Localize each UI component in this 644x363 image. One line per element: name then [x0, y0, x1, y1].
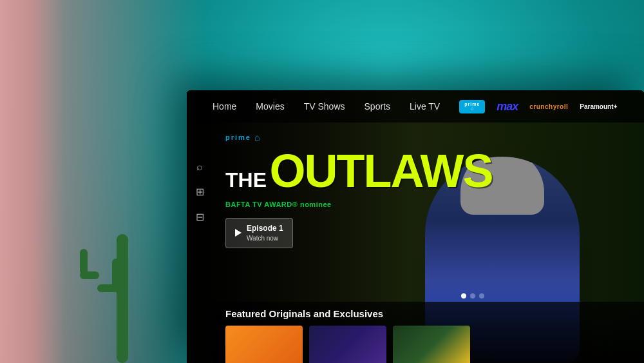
cactus-decoration	[52, 170, 193, 363]
thumbnail-1[interactable]	[225, 326, 303, 363]
cactus-arm-left	[97, 284, 120, 292]
nav-movies[interactable]: Movies	[256, 101, 284, 112]
nav-live-tv[interactable]: Live TV	[410, 101, 440, 112]
section-title: Featured Originals and Exclusives	[225, 308, 644, 319]
pagination-dot-1[interactable]	[461, 293, 466, 299]
navigation-bar: Home Movies TV Shows Sports Live TV prim…	[187, 90, 644, 123]
tv-frame: Home Movies TV Shows Sports Live TV prim…	[187, 90, 644, 363]
thumbnails-row	[225, 326, 644, 363]
cactus-arm-right	[80, 271, 99, 279]
pagination-dot-2[interactable]	[470, 293, 475, 299]
prime-logo: prime ⌂	[225, 132, 492, 142]
cactus-main	[117, 234, 128, 363]
max-logo[interactable]: max	[497, 100, 518, 113]
paramount-logo[interactable]: Paramount+	[580, 103, 617, 110]
watch-now-label: Watch now	[247, 234, 283, 242]
thumbnail-2[interactable]	[309, 326, 386, 363]
channel-logos: prime ⌂ max crunchyroll Paramount+	[459, 100, 617, 113]
watch-button-text: Episode 1 Watch now	[247, 224, 283, 242]
tv-screen: Home Movies TV Shows Sports Live TV prim…	[187, 90, 644, 363]
search-icon[interactable]: ⌕	[196, 161, 203, 173]
thumbnail-3[interactable]	[393, 326, 470, 363]
nav-sports[interactable]: Sports	[365, 101, 390, 112]
hero-content: prime ⌂ THE OUTLAWS BAFTA TV AWARD® nomi…	[225, 132, 492, 248]
pagination-dot-3[interactable]	[479, 293, 484, 299]
prime-badge-text: prime	[225, 133, 251, 141]
nav-tv-shows[interactable]: TV Shows	[304, 101, 345, 112]
episode-label: Episode 1	[247, 224, 283, 234]
prime-channel-badge[interactable]: prime ⌂	[459, 100, 485, 113]
bookmark-icon[interactable]: ⊟	[196, 211, 204, 223]
grid-icon[interactable]: ⊞	[196, 186, 204, 198]
crunchyroll-logo[interactable]: crunchyroll	[529, 103, 568, 110]
pagination-dots	[461, 293, 484, 299]
title-main: OUTLAWS	[269, 145, 492, 197]
left-sidebar: ⌕ ⊞ ⊟	[187, 123, 213, 363]
bottom-section: Featured Originals and Exclusives	[213, 302, 644, 363]
prime-logo-arrow-icon: ⌂	[254, 132, 260, 142]
award-badge: BAFTA TV AWARD® nominee	[225, 201, 492, 208]
show-title: THE OUTLAWS	[225, 148, 492, 194]
watch-now-button[interactable]: Episode 1 Watch now	[225, 218, 293, 248]
nav-home[interactable]: Home	[213, 101, 236, 112]
prime-arrow-icon: ⌂	[471, 106, 474, 112]
play-icon	[235, 229, 242, 237]
title-the: THE	[225, 168, 267, 191]
